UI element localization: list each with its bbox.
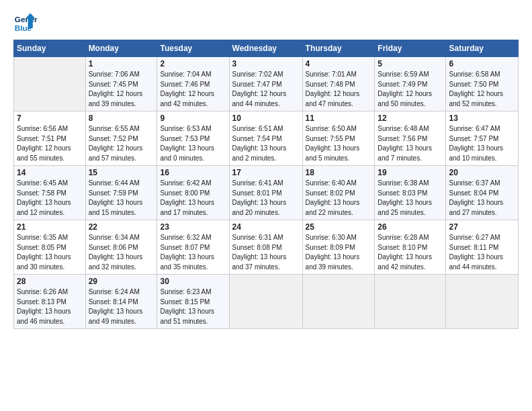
calendar-cell: 25Sunrise: 6:30 AM Sunset: 8:09 PM Dayli… — [302, 220, 375, 275]
calendar-cell: 6Sunrise: 6:58 AM Sunset: 7:50 PM Daylig… — [446, 57, 519, 111]
day-info: Sunrise: 6:28 AM Sunset: 8:10 PM Dayligh… — [378, 233, 443, 272]
day-number: 23 — [160, 222, 226, 232]
day-number: 29 — [89, 277, 154, 286]
day-info: Sunrise: 6:38 AM Sunset: 8:03 PM Dayligh… — [378, 179, 443, 218]
calendar-cell: 19Sunrise: 6:38 AM Sunset: 8:03 PM Dayli… — [375, 166, 446, 220]
calendar-cell: 10Sunrise: 6:51 AM Sunset: 7:54 PM Dayli… — [229, 111, 302, 166]
day-number: 11 — [306, 113, 372, 123]
day-info: Sunrise: 6:26 AM Sunset: 8:13 PM Dayligh… — [17, 287, 83, 326]
calendar-cell: 14Sunrise: 6:45 AM Sunset: 7:58 PM Dayli… — [14, 166, 86, 220]
day-info: Sunrise: 6:35 AM Sunset: 8:05 PM Dayligh… — [17, 233, 83, 272]
day-info: Sunrise: 6:30 AM Sunset: 8:09 PM Dayligh… — [306, 233, 372, 272]
calendar-cell: 28Sunrise: 6:26 AM Sunset: 8:13 PM Dayli… — [14, 275, 86, 329]
calendar-cell: 26Sunrise: 6:28 AM Sunset: 8:10 PM Dayli… — [375, 220, 446, 275]
calendar-cell — [14, 57, 86, 111]
day-info: Sunrise: 6:27 AM Sunset: 8:11 PM Dayligh… — [449, 233, 515, 272]
col-header-monday: Monday — [85, 40, 157, 57]
day-number: 17 — [232, 168, 300, 177]
day-number: 15 — [89, 168, 154, 177]
calendar-table: SundayMondayTuesdayWednesdayThursdayFrid… — [13, 40, 519, 329]
day-number: 2 — [160, 59, 226, 68]
day-info: Sunrise: 6:47 AM Sunset: 7:57 PM Dayligh… — [449, 124, 515, 163]
day-number: 9 — [160, 113, 226, 123]
calendar-cell: 12Sunrise: 6:48 AM Sunset: 7:56 PM Dayli… — [375, 111, 446, 166]
calendar-row-5: 28Sunrise: 6:26 AM Sunset: 8:13 PM Dayli… — [14, 275, 519, 329]
day-number: 21 — [17, 222, 83, 232]
day-info: Sunrise: 6:44 AM Sunset: 7:59 PM Dayligh… — [89, 179, 154, 218]
calendar-row-1: 1Sunrise: 7:06 AM Sunset: 7:45 PM Daylig… — [14, 57, 519, 111]
day-number: 19 — [378, 168, 443, 177]
calendar-cell: 8Sunrise: 6:55 AM Sunset: 7:52 PM Daylig… — [85, 111, 157, 166]
calendar-cell: 13Sunrise: 6:47 AM Sunset: 7:57 PM Dayli… — [446, 111, 519, 166]
day-number: 14 — [17, 168, 83, 177]
svg-text:General: General — [15, 15, 38, 24]
calendar-cell — [229, 275, 302, 329]
page-header: General Blue — [13, 10, 519, 34]
calendar-cell: 16Sunrise: 6:42 AM Sunset: 8:00 PM Dayli… — [157, 166, 229, 220]
day-info: Sunrise: 7:01 AM Sunset: 7:48 PM Dayligh… — [306, 70, 372, 109]
day-info: Sunrise: 7:06 AM Sunset: 7:45 PM Dayligh… — [89, 70, 154, 109]
day-info: Sunrise: 6:24 AM Sunset: 8:14 PM Dayligh… — [89, 287, 154, 326]
day-number: 7 — [17, 113, 83, 123]
day-number: 18 — [306, 168, 372, 177]
day-info: Sunrise: 6:55 AM Sunset: 7:52 PM Dayligh… — [89, 124, 154, 163]
day-number: 3 — [232, 59, 300, 68]
calendar-cell: 4Sunrise: 7:01 AM Sunset: 7:48 PM Daylig… — [302, 57, 375, 111]
day-number: 13 — [449, 113, 515, 123]
col-header-sunday: Sunday — [14, 40, 86, 57]
day-info: Sunrise: 6:53 AM Sunset: 7:53 PM Dayligh… — [160, 124, 226, 163]
calendar-cell: 23Sunrise: 6:32 AM Sunset: 8:07 PM Dayli… — [157, 220, 229, 275]
calendar-row-2: 7Sunrise: 6:56 AM Sunset: 7:51 PM Daylig… — [14, 111, 519, 166]
calendar-row-3: 14Sunrise: 6:45 AM Sunset: 7:58 PM Dayli… — [14, 166, 519, 220]
day-info: Sunrise: 6:34 AM Sunset: 8:06 PM Dayligh… — [89, 233, 154, 272]
day-number: 6 — [449, 59, 515, 68]
calendar-cell: 18Sunrise: 6:40 AM Sunset: 8:02 PM Dayli… — [302, 166, 375, 220]
col-header-thursday: Thursday — [302, 40, 375, 57]
day-info: Sunrise: 6:31 AM Sunset: 8:08 PM Dayligh… — [232, 233, 300, 272]
day-number: 27 — [449, 222, 515, 232]
calendar-cell: 15Sunrise: 6:44 AM Sunset: 7:59 PM Dayli… — [85, 166, 157, 220]
calendar-cell: 7Sunrise: 6:56 AM Sunset: 7:51 PM Daylig… — [14, 111, 86, 166]
day-number: 22 — [89, 222, 154, 232]
calendar-cell — [302, 275, 375, 329]
day-number: 8 — [89, 113, 154, 123]
day-number: 1 — [89, 59, 154, 68]
day-number: 12 — [378, 113, 443, 123]
day-number: 5 — [378, 59, 443, 68]
day-info: Sunrise: 7:04 AM Sunset: 7:46 PM Dayligh… — [160, 70, 226, 109]
day-info: Sunrise: 6:32 AM Sunset: 8:07 PM Dayligh… — [160, 233, 226, 272]
day-info: Sunrise: 6:23 AM Sunset: 8:15 PM Dayligh… — [160, 287, 226, 326]
calendar-cell: 20Sunrise: 6:37 AM Sunset: 8:04 PM Dayli… — [446, 166, 519, 220]
calendar-cell: 21Sunrise: 6:35 AM Sunset: 8:05 PM Dayli… — [14, 220, 86, 275]
calendar-cell: 24Sunrise: 6:31 AM Sunset: 8:08 PM Dayli… — [229, 220, 302, 275]
day-number: 20 — [449, 168, 515, 177]
day-info: Sunrise: 6:50 AM Sunset: 7:55 PM Dayligh… — [306, 124, 372, 163]
calendar-cell: 1Sunrise: 7:06 AM Sunset: 7:45 PM Daylig… — [85, 57, 157, 111]
calendar-cell: 5Sunrise: 6:59 AM Sunset: 7:49 PM Daylig… — [375, 57, 446, 111]
day-number: 4 — [306, 59, 372, 68]
day-info: Sunrise: 6:41 AM Sunset: 8:01 PM Dayligh… — [232, 179, 300, 218]
calendar-cell: 29Sunrise: 6:24 AM Sunset: 8:14 PM Dayli… — [85, 275, 157, 329]
day-number: 24 — [232, 222, 300, 232]
calendar-cell: 22Sunrise: 6:34 AM Sunset: 8:06 PM Dayli… — [85, 220, 157, 275]
logo: General Blue — [13, 10, 38, 34]
day-info: Sunrise: 6:45 AM Sunset: 7:58 PM Dayligh… — [17, 179, 83, 218]
day-info: Sunrise: 6:37 AM Sunset: 8:04 PM Dayligh… — [449, 179, 515, 218]
calendar-cell — [375, 275, 446, 329]
day-number: 30 — [160, 277, 226, 286]
calendar-cell: 2Sunrise: 7:04 AM Sunset: 7:46 PM Daylig… — [157, 57, 229, 111]
day-number: 25 — [306, 222, 372, 232]
day-number: 26 — [378, 222, 443, 232]
calendar-cell: 27Sunrise: 6:27 AM Sunset: 8:11 PM Dayli… — [446, 220, 519, 275]
day-info: Sunrise: 6:59 AM Sunset: 7:49 PM Dayligh… — [378, 70, 443, 109]
calendar-row-4: 21Sunrise: 6:35 AM Sunset: 8:05 PM Dayli… — [14, 220, 519, 275]
day-info: Sunrise: 6:40 AM Sunset: 8:02 PM Dayligh… — [306, 179, 372, 218]
calendar-cell: 30Sunrise: 6:23 AM Sunset: 8:15 PM Dayli… — [157, 275, 229, 329]
col-header-friday: Friday — [375, 40, 446, 57]
col-header-wednesday: Wednesday — [229, 40, 302, 57]
day-info: Sunrise: 6:58 AM Sunset: 7:50 PM Dayligh… — [449, 70, 515, 109]
calendar-cell: 17Sunrise: 6:41 AM Sunset: 8:01 PM Dayli… — [229, 166, 302, 220]
logo-icon: General Blue — [13, 10, 38, 34]
calendar-cell: 11Sunrise: 6:50 AM Sunset: 7:55 PM Dayli… — [302, 111, 375, 166]
day-number: 28 — [17, 277, 83, 286]
